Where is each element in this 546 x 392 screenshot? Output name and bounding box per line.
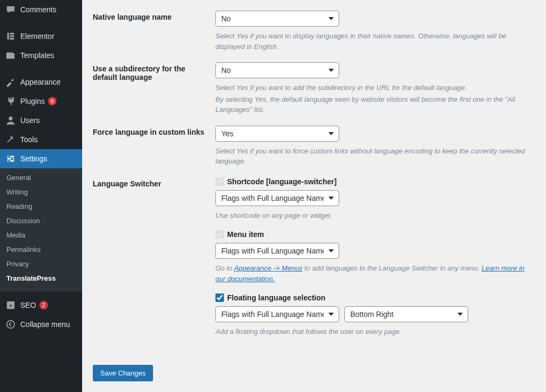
sidebar-item-label: Tools [20,135,38,144]
native-lang-label: Native language name [93,11,215,52]
users-icon [5,115,16,126]
floating-position-select[interactable]: Bottom Right [344,306,468,322]
sidebar-item-templates[interactable]: Templates [0,46,82,65]
floating-desc: Add a floating dropdown that follows the… [215,326,535,337]
svg-point-10 [9,160,11,162]
submenu-reading[interactable]: Reading [0,199,82,214]
sidebar-item-label: SEO [20,301,36,309]
submenu-permalinks[interactable]: Permalinks [0,242,82,257]
sidebar-item-label: Appearance [20,78,61,86]
sidebar-item-tools[interactable]: Tools [0,130,82,149]
menu-checkbox [215,230,224,239]
sidebar-item-label: Settings [20,154,47,163]
svg-rect-2 [10,35,14,37]
svg-point-13 [7,321,14,328]
floating-style-select[interactable]: Flags with Full Language Names [215,306,339,322]
menu-chk-label: Menu item [227,230,264,239]
subdir-desc2: By selecting Yes, the default language s… [215,94,535,115]
svg-point-9 [11,158,13,160]
floating-chk-label: Floating language selection [227,293,325,302]
appearance-icon [5,77,16,87]
sidebar-item-users[interactable]: Users [0,111,82,130]
save-button[interactable]: Save Changes [93,365,153,381]
svg-rect-3 [10,38,14,39]
seo-icon: Y [5,300,16,311]
sidebar-item-label: Templates [20,51,54,60]
admin-sidebar: Comments Elementor Templates Appearance … [0,0,82,392]
submenu-writing[interactable]: Writing [0,185,82,199]
switcher-label: Language Switcher [93,177,215,347]
settings-icon [5,153,16,164]
native-lang-desc: Select Yes if you want to display langua… [215,31,535,52]
svg-text:Y: Y [9,304,12,308]
force-links-label: Force language in custom links [93,126,215,167]
collapse-icon [5,319,16,330]
plugins-icon [5,96,16,107]
submenu-general[interactable]: General [0,170,82,185]
shortcode-chk-label: Shortcode [language-switcher] [227,177,336,186]
sidebar-item-label: Elementor [20,32,54,40]
appearance-menus-link[interactable]: Appearance -> Menus [234,264,302,272]
subdir-desc1: Select Yes if you want to add the subdir… [215,83,535,93]
sidebar-item-label: Users [20,116,40,125]
plugins-badge: 8 [48,97,57,105]
elementor-icon [5,31,16,42]
sidebar-item-appearance[interactable]: Appearance [0,72,82,92]
submenu-privacy[interactable]: Privacy [0,257,82,271]
seo-badge: 2 [39,301,48,309]
native-lang-select[interactable]: No [215,11,339,27]
shortcode-desc: Use shortcode on any page or widget. [215,210,535,221]
settings-submenu: General Writing Reading Discussion Media… [0,168,82,291]
sidebar-item-label: Plugins [20,97,45,105]
sidebar-item-elementor[interactable]: Elementor [0,27,82,46]
floating-checkbox[interactable] [215,293,224,302]
sidebar-item-settings[interactable]: Settings [0,149,82,168]
sidebar-item-label: Comments [20,5,57,14]
svg-rect-0 [7,33,9,40]
submenu-translatepress[interactable]: TranslatePress [0,271,82,285]
sidebar-item-label: Collapse menu [20,320,70,329]
settings-form: Native language name No Select Yes if yo… [82,0,546,392]
sidebar-item-comments[interactable]: Comments [0,0,82,19]
sidebar-item-seo[interactable]: Y SEO 2 [0,296,82,315]
subdir-select[interactable]: No [215,62,339,78]
sidebar-item-plugins[interactable]: Plugins 8 [0,92,82,111]
comment-icon [5,4,16,15]
tools-icon [5,134,16,145]
menu-style-select[interactable]: Flags with Full Language Names [215,243,339,259]
force-links-desc: Select Yes if you want to force custom l… [215,146,535,167]
svg-rect-1 [10,33,14,35]
force-links-select[interactable]: Yes [215,126,339,142]
svg-point-4 [9,117,12,120]
shortcode-style-select[interactable]: Flags with Full Language Names [215,190,339,206]
templates-icon [5,50,16,61]
menu-desc: Go to Appearance -> Menus to add languag… [215,263,535,284]
shortcode-checkbox [215,177,224,186]
sidebar-collapse[interactable]: Collapse menu [0,315,82,334]
subdir-label: Use a subdirectory for the default langu… [93,62,215,115]
submenu-discussion[interactable]: Discussion [0,214,82,228]
svg-point-8 [9,156,11,158]
submenu-media[interactable]: Media [0,228,82,242]
